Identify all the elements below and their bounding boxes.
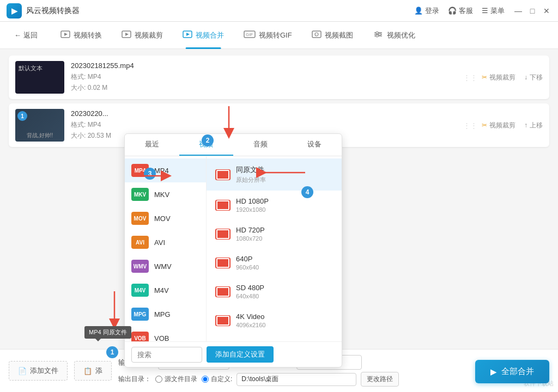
format-item-avi[interactable]: AVI AVI	[125, 230, 206, 254]
quality-item-sd480p[interactable]: SD 480P 640x480	[207, 277, 342, 306]
mkv-label: MKV	[154, 191, 169, 199]
avi-label: AVI	[154, 238, 165, 247]
user-icon: 👤	[414, 7, 423, 15]
mov-badge: MOV	[131, 212, 149, 225]
svg-text:GIF: GIF	[246, 32, 253, 37]
custom-dir-radio-label[interactable]: 自定义:	[202, 375, 232, 384]
format-list: MP4 MP4 MKV MKV MOV MOV AVI AVI WMV WM	[125, 156, 207, 341]
quality-item-original[interactable]: 同原文件 原始分辨率	[207, 158, 342, 191]
add-file-icon: 📄	[18, 367, 27, 375]
quality-info-original: 同原文件 原始分辨率	[236, 165, 333, 184]
dropdown-search-input[interactable]	[131, 347, 202, 363]
file-info-1: 202302181255.mp4 格式: MP4 大小: 0.02 M	[71, 62, 459, 93]
mkv-badge: MKV	[131, 188, 149, 201]
minimize-button[interactable]: —	[513, 6, 523, 16]
format-item-vob[interactable]: VOB VOB	[125, 326, 206, 341]
move-up-2[interactable]: ↑ 上移	[524, 121, 543, 130]
custom-dir-radio[interactable]	[202, 376, 209, 383]
window-controls: — □ ✕	[513, 6, 551, 16]
source-dir-radio-label[interactable]: 源文件目录	[155, 375, 197, 384]
svg-marker-3	[125, 33, 129, 36]
nav-item-screenshot[interactable]: 视频截图	[303, 26, 362, 45]
format-item-mp4[interactable]: MP4 MP4	[125, 158, 206, 182]
file-thumb-1: 默认文本	[15, 61, 64, 94]
nav-item-gif[interactable]: GIF 视频转GIF	[235, 26, 301, 45]
format-item-wmv[interactable]: WMV WMV	[125, 254, 206, 278]
move-down-1[interactable]: ↓ 下移	[524, 73, 543, 82]
step-4-circle: 4	[301, 186, 313, 198]
nav-item-cut[interactable]: 视频裁剪	[113, 26, 172, 45]
cut-icon	[122, 30, 131, 40]
cut-action-2[interactable]: ✂ 视频裁剪	[482, 121, 515, 130]
add-button-2[interactable]: 📋 添	[74, 361, 112, 381]
format-item-m4v[interactable]: M4V M4V	[125, 278, 206, 302]
service-button[interactable]: 🎧 客服	[448, 6, 473, 16]
quality-info-4k: 4K Video 4096x2160	[236, 313, 333, 328]
main-area: 默认文本 202302181255.mp4 格式: MP4 大小: 0.02 M…	[0, 49, 558, 392]
menu-button[interactable]: ☰ 菜单	[482, 6, 505, 16]
step-2-circle: 2	[202, 134, 214, 146]
step-1-circle: 1	[106, 346, 118, 358]
quality-item-4k[interactable]: 4K Video 4096x2160	[207, 306, 342, 335]
svg-point-15	[376, 35, 378, 37]
menu-icon: ☰	[482, 7, 488, 15]
quality-item-hd1080p[interactable]: HD 1080P 1920x1080	[207, 191, 342, 219]
nav-item-optimize[interactable]: 视频优化	[364, 26, 424, 45]
drag-handle-2[interactable]: ⋮⋮	[468, 114, 473, 136]
mp4-label: MP4	[154, 167, 169, 175]
back-button[interactable]: ← 返回	[9, 27, 43, 44]
login-button[interactable]: 👤 登录	[414, 6, 439, 16]
format-item-mkv[interactable]: MKV MKV	[125, 182, 206, 206]
path-input[interactable]	[236, 373, 356, 386]
logo-icon: ▶	[11, 7, 17, 15]
format-item-mov[interactable]: MOV MOV	[125, 206, 206, 230]
close-button[interactable]: ✕	[542, 6, 551, 16]
quality-icon-4k	[215, 315, 231, 326]
svg-point-9	[315, 33, 318, 36]
file-name-2: 20230220...	[71, 109, 459, 118]
add-custom-button[interactable]: 添加自定义设置	[207, 346, 274, 363]
wmv-badge: WMV	[131, 260, 149, 273]
quality-info-hd720p: HD 720P 1080x720	[236, 226, 333, 242]
file-meta-1: 格式: MP4 大小: 0.02 M	[71, 72, 459, 93]
dropdown-footer: 添加自定义设置	[125, 341, 342, 367]
quality-item-hd720p[interactable]: HD 720P 1080x720	[207, 219, 342, 248]
nav-item-merge[interactable]: 视频合并	[174, 26, 233, 45]
file-actions-2: ✂ 视频裁剪 ↑ 上移	[482, 121, 543, 130]
dropdown-tab-device[interactable]: 设备	[288, 134, 342, 156]
file-actions-1: ✂ 视频裁剪 ↓ 下移	[482, 73, 543, 82]
cut-action-1[interactable]: ✂ 视频裁剪	[482, 73, 515, 82]
merge-icon	[183, 30, 192, 40]
dropdown-tab-recent[interactable]: 最近	[125, 134, 179, 156]
quality-item-640p[interactable]: 640P 960x640	[207, 248, 342, 277]
play-icon: ▶	[490, 367, 497, 377]
svg-rect-8	[312, 31, 321, 38]
quality-list: 同原文件 原始分辨率 HD 1080P 1920x1080 HD 720P	[207, 156, 342, 341]
titlebar-actions: 👤 登录 🎧 客服 ☰ 菜单	[414, 6, 505, 16]
nav-item-convert[interactable]: 视频转换	[52, 26, 111, 45]
quality-icon-hd720p	[215, 229, 231, 240]
quality-info-640p: 640P 960x640	[236, 255, 333, 271]
dropdown-tabs: 最近 视频 音频 设备	[125, 134, 342, 156]
headset-icon: 🎧	[448, 7, 457, 15]
mpg-label: MPG	[154, 310, 171, 318]
add-file-button[interactable]: 📄 添加文件	[9, 361, 68, 381]
format-item-mpg[interactable]: MPG MPG	[125, 302, 206, 326]
maximize-button[interactable]: □	[527, 6, 537, 16]
app-logo: ▶	[7, 3, 22, 19]
optimize-icon	[373, 30, 384, 40]
add-icon-2: 📋	[83, 367, 92, 375]
source-dir-radio[interactable]	[155, 376, 162, 383]
drag-handle-1[interactable]: ⋮⋮	[468, 66, 473, 88]
vob-badge: VOB	[131, 332, 149, 341]
thumb-text-2: 背战,好帅!!	[17, 132, 62, 139]
scissors-icon-1: ✂	[482, 74, 487, 81]
step-3-circle: 3	[144, 168, 156, 180]
back-arrow-icon: ←	[14, 31, 21, 39]
output-dir-label: 输出目录：	[118, 375, 151, 384]
merge-all-button[interactable]: ▶ 全部合并	[475, 360, 549, 383]
dropdown-tab-audio[interactable]: 音频	[233, 134, 288, 156]
svg-marker-5	[186, 33, 190, 36]
navbar: ← 返回 视频转换 视频裁剪 视频合并 GIF 视频转GIF 视频截图	[0, 22, 558, 49]
change-path-button[interactable]: 更改路径	[361, 372, 399, 387]
